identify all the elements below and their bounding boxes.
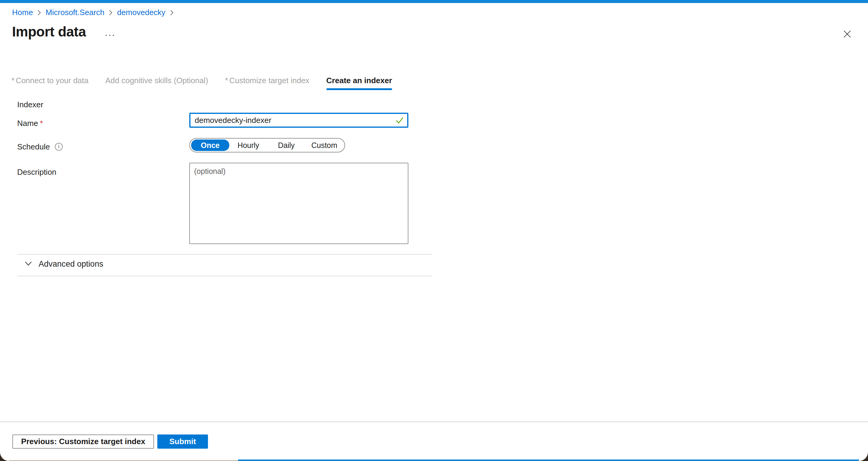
close-icon[interactable] bbox=[841, 28, 853, 40]
chevron-right-icon bbox=[108, 9, 113, 16]
schedule-option-once[interactable]: Once bbox=[191, 140, 229, 151]
screen-corner-right bbox=[859, 451, 868, 461]
submit-button[interactable]: Submit bbox=[157, 434, 208, 449]
advanced-options-label: Advanced options bbox=[38, 259, 103, 269]
screen-corner-left bbox=[0, 451, 9, 461]
name-input-wrap bbox=[189, 113, 408, 128]
tab-add-cognitive-skills[interactable]: Add cognitive skills (Optional) bbox=[105, 76, 208, 90]
chevron-right-icon bbox=[170, 9, 174, 16]
schedule-option-custom[interactable]: Custom bbox=[305, 141, 343, 150]
import-data-page: Home Microsoft.Search demovedecky Import… bbox=[0, 0, 868, 461]
divider bbox=[17, 276, 432, 276]
previous-step-button[interactable]: Previous: Customize target index bbox=[12, 434, 154, 449]
breadcrumb-home-link[interactable]: Home bbox=[12, 8, 33, 17]
name-label-text: Name bbox=[17, 119, 38, 128]
description-textarea[interactable] bbox=[189, 163, 408, 244]
valid-check-icon bbox=[395, 116, 404, 126]
required-star: * bbox=[225, 76, 228, 85]
breadcrumb: Home Microsoft.Search demovedecky bbox=[12, 8, 178, 17]
breadcrumb-resource-link[interactable]: demovedecky bbox=[117, 8, 165, 17]
top-loading-bar bbox=[0, 0, 868, 3]
schedule-option-hourly[interactable]: Hourly bbox=[229, 141, 267, 150]
bottom-blue-strip bbox=[238, 460, 868, 461]
required-asterisk: * bbox=[40, 119, 43, 128]
tab-connect-to-your-data[interactable]: *Connect to your data bbox=[11, 76, 89, 90]
schedule-option-daily[interactable]: Daily bbox=[267, 141, 305, 150]
description-label: Description bbox=[17, 167, 56, 177]
schedule-label: Schedule bbox=[17, 142, 50, 152]
more-menu-button[interactable]: ... bbox=[105, 28, 116, 37]
tab-label: Customize target index bbox=[229, 76, 310, 85]
tab-label: Create an indexer bbox=[327, 76, 392, 85]
indexer-name-input[interactable] bbox=[189, 113, 408, 128]
chevron-right-icon bbox=[37, 9, 41, 16]
indexer-section-title: Indexer bbox=[17, 100, 43, 110]
tab-label: Connect to your data bbox=[16, 76, 88, 85]
wizard-tabs: *Connect to your data Add cognitive skil… bbox=[11, 76, 392, 90]
schedule-toggle-group: Once Hourly Daily Custom bbox=[189, 138, 345, 152]
footer-divider bbox=[0, 422, 868, 422]
tab-customize-target-index[interactable]: *Customize target index bbox=[225, 76, 310, 90]
page-title: Import data bbox=[12, 24, 86, 40]
name-label: Name* bbox=[17, 119, 43, 128]
info-icon[interactable]: i bbox=[55, 143, 63, 151]
divider bbox=[17, 254, 432, 255]
tab-create-an-indexer[interactable]: Create an indexer bbox=[327, 76, 392, 90]
required-star: * bbox=[11, 76, 14, 85]
chevron-down-icon bbox=[24, 259, 33, 269]
tab-label: Add cognitive skills (Optional) bbox=[105, 76, 208, 85]
advanced-options-toggle[interactable]: Advanced options bbox=[24, 259, 103, 269]
breadcrumb-service-link[interactable]: Microsoft.Search bbox=[45, 8, 104, 17]
